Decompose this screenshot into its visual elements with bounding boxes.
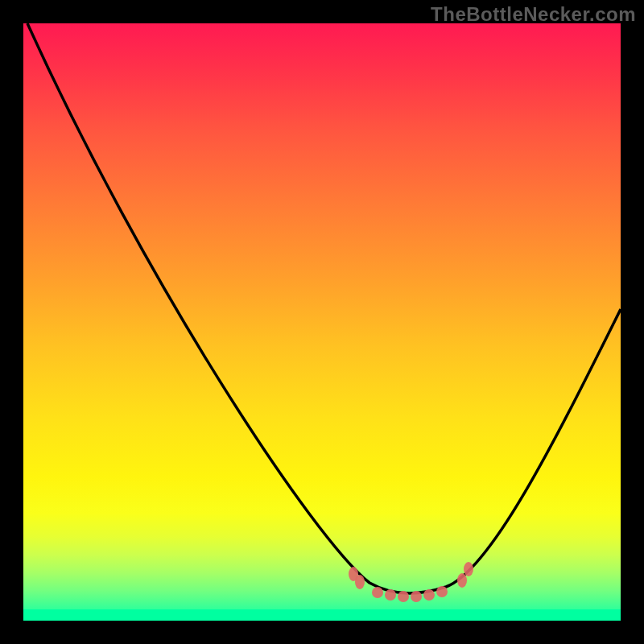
- svg-point-4: [398, 591, 409, 602]
- watermark-text: TheBottleNecker.com: [431, 3, 636, 26]
- svg-point-1: [355, 575, 365, 589]
- svg-point-9: [464, 562, 473, 576]
- svg-point-3: [385, 589, 396, 601]
- svg-point-8: [457, 573, 467, 588]
- svg-point-6: [423, 589, 435, 601]
- svg-point-2: [372, 587, 383, 598]
- bottleneck-curve: [27, 23, 621, 593]
- svg-point-5: [411, 591, 422, 602]
- chart-frame: TheBottleNecker.com: [0, 0, 644, 644]
- curve-overlay: [23, 23, 621, 621]
- svg-point-7: [436, 586, 448, 597]
